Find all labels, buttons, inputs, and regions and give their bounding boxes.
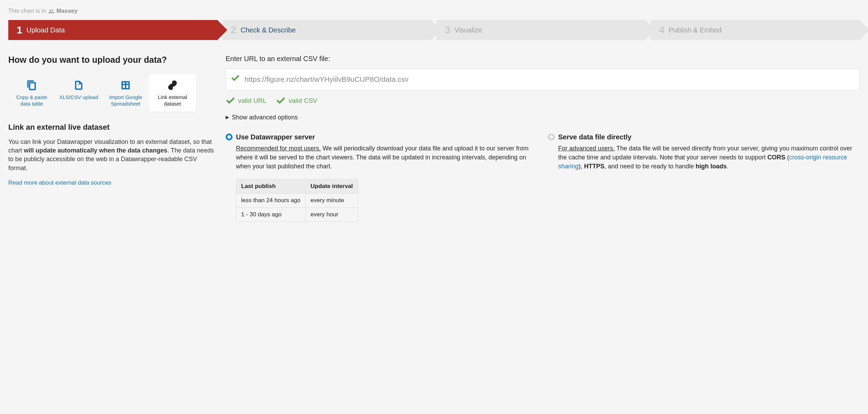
table-header: Last publish	[236, 179, 306, 194]
option-datawrapper-server: Use Datawrapper server Recommended for m…	[226, 132, 537, 222]
url-input[interactable]	[245, 75, 854, 83]
step-label: Visualize	[455, 25, 482, 35]
check-icon	[276, 96, 286, 106]
link-icon	[152, 79, 193, 91]
step-number: 1	[17, 23, 22, 37]
url-input-wrapper[interactable]	[226, 68, 860, 90]
step-number: 4	[659, 23, 665, 37]
method-label: Copy & paste data table	[11, 94, 52, 107]
option-serve-directly: Serve data file directly For advanced us…	[548, 132, 860, 222]
read-more-link[interactable]: Read more about external data sources	[8, 179, 111, 186]
method-label: Link external dataset	[152, 94, 193, 107]
step-label: Upload Data	[27, 25, 65, 35]
method-link-external[interactable]: Link external dataset	[149, 74, 196, 112]
upload-method-tabs: Copy & paste data table x XLS/CSV upload…	[8, 74, 215, 112]
triangle-icon: ▶	[226, 114, 229, 120]
step-publish-embed[interactable]: 4 Publish & Embed	[651, 20, 860, 40]
method-google-sheet[interactable]: Import Google Spreadsheet	[102, 74, 149, 112]
team-icon	[48, 7, 55, 15]
valid-url-badge: valid URL	[226, 96, 266, 106]
table-row: less than 24 hours ago every minute	[236, 194, 358, 208]
radio-description: Recommended for most users. We will peri…	[226, 144, 537, 171]
step-number: 3	[445, 23, 451, 37]
svg-text:x: x	[78, 83, 80, 86]
url-field-label: Enter URL to an external CSV file:	[226, 54, 860, 63]
method-label: XLS/CSV upload	[58, 94, 99, 101]
radio-title: Use Datawrapper server	[236, 132, 315, 142]
team-name[interactable]: Massey	[57, 7, 78, 15]
radio-icon	[548, 134, 555, 140]
step-check-describe[interactable]: 2 Check & Describe	[223, 20, 432, 40]
link-dataset-description: You can link your Datawrapper visualizat…	[8, 138, 215, 172]
table-header: Update interval	[306, 179, 358, 194]
method-xls-csv[interactable]: x XLS/CSV upload	[55, 74, 102, 112]
radio-serve-data-directly[interactable]: Serve data file directly	[548, 132, 860, 142]
method-copy-paste[interactable]: Copy & paste data table	[8, 74, 55, 112]
upload-title: How do you want to upload your data?	[8, 54, 215, 66]
update-interval-table: Last publish Update interval less than 2…	[236, 179, 358, 221]
wizard-steps: 1 Upload Data 2 Check & Describe 3 Visua…	[8, 20, 860, 40]
copy-paste-icon	[11, 79, 52, 91]
chart-location-prefix: This chart is in	[8, 7, 46, 15]
step-label: Publish & Embed	[669, 25, 721, 35]
advanced-options-toggle[interactable]: ▶ Show advanced options	[226, 113, 860, 122]
link-dataset-title: Link an external live dataset	[8, 122, 215, 133]
file-icon: x	[58, 79, 99, 91]
validation-row: valid URL valid CSV	[226, 96, 860, 106]
step-upload-data[interactable]: 1 Upload Data	[8, 20, 218, 40]
step-number: 2	[231, 23, 237, 37]
radio-use-datawrapper-server[interactable]: Use Datawrapper server	[226, 132, 537, 142]
step-visualize[interactable]: 3 Visualize	[436, 20, 646, 40]
valid-csv-badge: valid CSV	[276, 96, 317, 106]
radio-title: Serve data file directly	[558, 132, 631, 142]
check-icon	[226, 96, 235, 106]
step-label: Check & Describe	[240, 25, 296, 35]
method-label: Import Google Spreadsheet	[105, 94, 146, 107]
radio-description: For advanced users. The data file will b…	[548, 144, 860, 171]
radio-icon	[226, 134, 233, 140]
chart-location: This chart is in Massey	[8, 7, 860, 15]
table-row: 1 - 30 days ago every hour	[236, 207, 358, 221]
spreadsheet-icon	[105, 79, 146, 91]
check-icon	[231, 73, 240, 85]
